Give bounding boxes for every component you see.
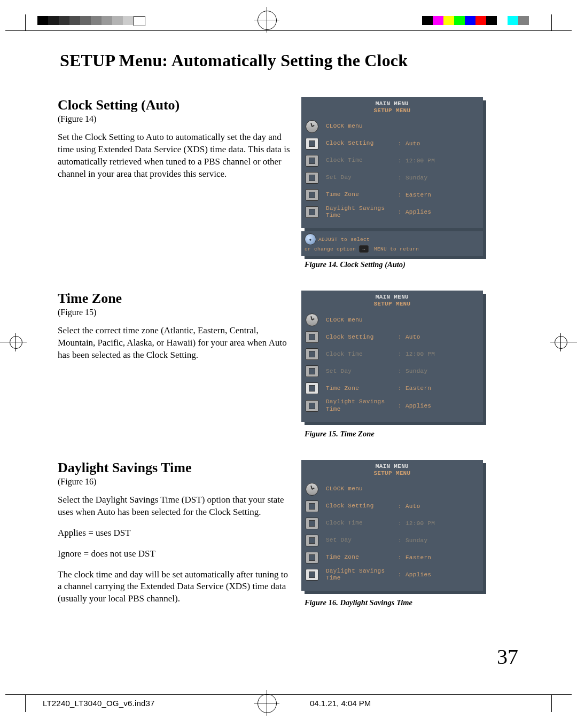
osd-colon: : bbox=[398, 351, 406, 357]
osd-row-label: Daylight Savings Time bbox=[326, 398, 398, 412]
osd-row: Daylight Savings Time:Applies bbox=[301, 397, 483, 414]
osd-row-value: Auto bbox=[406, 334, 420, 340]
osd-row-value: Sunday bbox=[406, 368, 427, 374]
osd-main-title: MAIN MENU bbox=[301, 294, 483, 300]
osd-row-label: Daylight Savings Time bbox=[326, 205, 398, 219]
osd-row-value: Sunday bbox=[406, 175, 427, 181]
box-icon bbox=[306, 155, 318, 167]
figure-caption: Figure 14. Clock Setting (Auto) bbox=[305, 260, 519, 269]
registration-mark-right bbox=[555, 336, 567, 349]
tv-osd-figure: MAIN MENUSETUP MENUCLOCK menuClock Setti… bbox=[301, 291, 519, 421]
osd-footer-line2a: or change option bbox=[305, 246, 359, 252]
tv-osd-figure: MAIN MENUSETUP MENUCLOCK menuClock Setti… bbox=[301, 460, 519, 591]
color-strip bbox=[422, 16, 529, 25]
osd-row-label: Set Day bbox=[326, 537, 398, 544]
osd-colon: : bbox=[398, 385, 406, 392]
osd-row: Clock Time:12:00 PM bbox=[301, 346, 483, 363]
osd-row-value: Auto bbox=[406, 503, 420, 510]
bottom-crop-line bbox=[5, 694, 572, 695]
osd-colon: : bbox=[398, 572, 406, 578]
osd-colon: : bbox=[398, 520, 406, 527]
osd-row-label: Clock Setting bbox=[326, 140, 398, 147]
osd-row: Clock Setting:Auto bbox=[301, 328, 483, 346]
osd-footer-line2b: MENU to return bbox=[371, 246, 419, 252]
section-paragraph: Ignore = does not use DST bbox=[58, 548, 292, 560]
osd-row: CLOCK menu bbox=[301, 311, 483, 328]
osd-row-value: 12:00 PM bbox=[406, 520, 435, 527]
section-paragraph: Applies = uses DST bbox=[58, 527, 292, 539]
osd-subtitle: SETUP MENU bbox=[301, 107, 483, 114]
osd-row: Set Day:Sunday bbox=[301, 169, 483, 186]
box-icon bbox=[306, 172, 318, 184]
section: Clock Setting (Auto)(Figure 14)Set the C… bbox=[58, 97, 519, 269]
figure-caption: Figure 15. Time Zone bbox=[305, 429, 519, 439]
osd-subtitle: SETUP MENU bbox=[301, 301, 483, 307]
osd-colon: : bbox=[398, 192, 406, 198]
enter-icon: ↔ bbox=[359, 245, 369, 253]
osd-row: CLOCK menu bbox=[301, 118, 483, 135]
page-number: 37 bbox=[497, 644, 518, 669]
osd-colon: : bbox=[398, 403, 406, 409]
box-icon bbox=[306, 382, 318, 394]
box-icon bbox=[306, 400, 318, 412]
page-title: SETUP Menu: Automatically Setting the Cl… bbox=[60, 51, 519, 71]
osd-row-value: Eastern bbox=[406, 554, 431, 561]
box-icon bbox=[306, 518, 318, 529]
osd-row-value: 12:00 PM bbox=[406, 158, 435, 164]
osd-row: Daylight Savings Time:Applies bbox=[301, 566, 483, 583]
box-icon bbox=[306, 348, 318, 360]
footer-timestamp: 04.1.21, 4:04 PM bbox=[310, 699, 371, 708]
section-subheading: (Figure 16) bbox=[58, 477, 292, 487]
section-paragraph: Select the Daylight Savings Time (DST) o… bbox=[58, 494, 292, 519]
section-subheading: (Figure 14) bbox=[58, 114, 292, 124]
box-icon bbox=[306, 365, 318, 377]
registration-mark-left bbox=[10, 336, 22, 349]
osd-row-value: Auto bbox=[406, 140, 420, 147]
box-icon bbox=[306, 138, 318, 150]
osd-row-label: Time Zone bbox=[326, 554, 398, 561]
registration-mark-bottom bbox=[258, 694, 277, 713]
osd-row-label: Clock Time bbox=[326, 520, 398, 527]
top-crop-line bbox=[5, 30, 572, 31]
osd-row: Clock Setting:Auto bbox=[301, 498, 483, 515]
section-paragraph: Select the correct time zone (Atlantic, … bbox=[58, 325, 292, 362]
clock-icon bbox=[306, 120, 318, 133]
osd-row: Set Day:Sunday bbox=[301, 532, 483, 549]
osd-colon: : bbox=[398, 503, 406, 510]
box-icon bbox=[306, 331, 318, 343]
osd-row-label: Daylight Savings Time bbox=[326, 568, 398, 582]
osd-row: Clock Setting:Auto bbox=[301, 135, 483, 152]
osd-footer-line1: ADJUST to select bbox=[318, 237, 370, 242]
clock-icon bbox=[306, 314, 318, 326]
dpad-icon bbox=[305, 233, 316, 245]
box-icon bbox=[306, 500, 318, 512]
osd-row-label: CLOCK menu bbox=[326, 123, 398, 130]
footer-filename: LT2240_LT3040_OG_v6.ind37 bbox=[43, 699, 155, 708]
box-icon bbox=[306, 189, 318, 201]
osd-row: Daylight Savings Time:Applies bbox=[301, 203, 483, 221]
section-subheading: (Figure 15) bbox=[58, 308, 292, 317]
osd-row: Set Day:Sunday bbox=[301, 363, 483, 380]
osd-row-value: Sunday bbox=[406, 537, 427, 544]
osd-row: Clock Time:12:00 PM bbox=[301, 515, 483, 532]
osd-row-value: Applies bbox=[406, 209, 431, 215]
osd-row-label: CLOCK menu bbox=[326, 317, 398, 324]
osd-colon: : bbox=[398, 140, 406, 147]
clock-icon bbox=[306, 483, 318, 496]
bottom-crop-tick-right bbox=[551, 695, 552, 712]
bottom-crop-tick-left bbox=[25, 695, 26, 712]
section-heading: Clock Setting (Auto) bbox=[58, 97, 292, 113]
section-paragraph: The clock time and day will be set autom… bbox=[58, 569, 292, 606]
box-icon bbox=[306, 552, 318, 563]
osd-colon: : bbox=[398, 554, 406, 561]
section: Time Zone(Figure 15)Select the correct t… bbox=[58, 291, 519, 438]
page: SETUP Menu: Automatically Setting the Cl… bbox=[0, 0, 577, 728]
top-crop-tick-right bbox=[551, 14, 552, 30]
osd-row: Time Zone:Eastern bbox=[301, 186, 483, 203]
osd-row-label: Time Zone bbox=[326, 385, 398, 392]
top-crop-tick-left bbox=[25, 14, 26, 30]
osd-row-label: Set Day bbox=[326, 174, 398, 181]
osd-row: Clock Time:12:00 PM bbox=[301, 152, 483, 169]
osd-colon: : bbox=[398, 334, 406, 340]
registration-mark-top bbox=[258, 11, 277, 30]
